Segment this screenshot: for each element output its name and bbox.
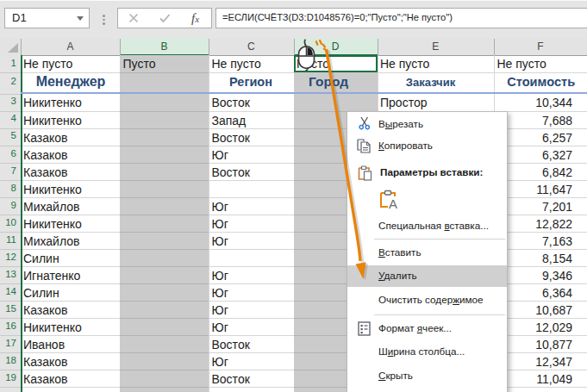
svg-text:A: A <box>389 196 397 210</box>
